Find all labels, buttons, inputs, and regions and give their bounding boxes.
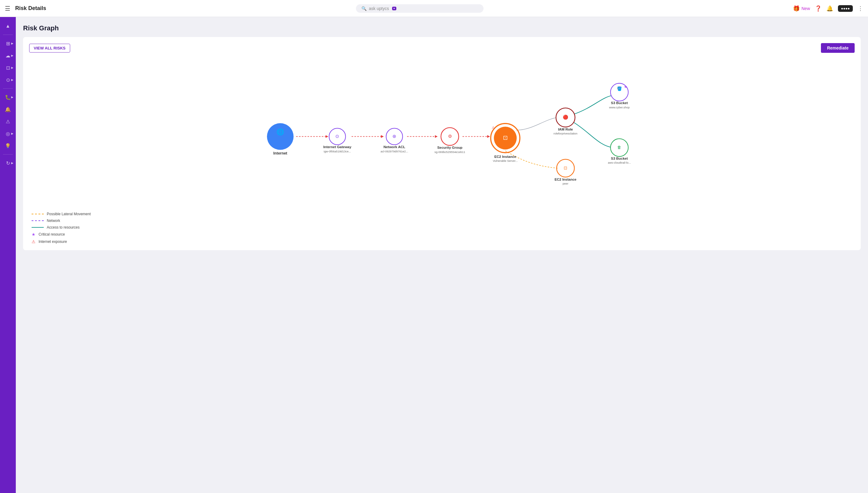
bug-icon: 🐛 <box>5 94 11 100</box>
node-s3-2-label: S3 Bucket <box>611 157 628 160</box>
svg-text:⚠: ⚠ <box>492 126 495 129</box>
bell2-icon: 🔔 <box>5 107 11 112</box>
sidebar-item-sync[interactable]: ↻ ▶ <box>1 157 15 169</box>
search-area: 🔍 ask uptycs✦ <box>46 4 793 13</box>
legend-critical: ★ Critical resource <box>31 232 855 237</box>
search-placeholder: ask uptycs <box>369 6 389 11</box>
node-ec2peer-sublabel: peer <box>563 182 569 185</box>
legend-line-orange <box>31 214 44 214</box>
chevron-icon: ▶ <box>11 54 13 57</box>
sidebar-item-cloud[interactable]: ☁ ▶ <box>1 50 15 61</box>
node-s3-1-label: S3 Bucket <box>611 101 628 105</box>
shield-icon: ▲ <box>5 23 10 29</box>
grid-icon: ⊡ <box>6 65 10 71</box>
risk-graph-title: Risk Graph <box>23 24 861 32</box>
node-iam-sublabel: roleforprivesclation <box>554 132 578 135</box>
edge-ec2-iam <box>516 117 557 130</box>
node-sg-sublabel: sg-069bc529554e1eb11 <box>435 150 465 154</box>
view-all-risks-button[interactable]: VIEW ALL RISKS <box>29 44 70 52</box>
legend-network-label: Network <box>47 219 60 223</box>
chevron-icon: ▶ <box>11 162 13 165</box>
legend-lateral-movement: Possible Lateral Movement <box>31 212 855 216</box>
sidebar-item-lightbulb[interactable]: 💡 <box>1 140 15 151</box>
legend-critical-label: Critical resource <box>39 232 65 236</box>
alert-icon: ⚠ <box>6 119 10 125</box>
graph-legend: Possible Lateral Movement Network Access… <box>29 212 855 244</box>
node-s3-1-sublabel: www.cyber.shop <box>609 106 630 109</box>
svg-text:🌐: 🌐 <box>276 128 284 136</box>
sidebar-item-bell[interactable]: 🔔 <box>1 104 15 115</box>
svg-text:🪣: 🪣 <box>617 86 622 91</box>
remediate-button[interactable]: Remediate <box>821 43 855 53</box>
content-area: Risk Graph VIEW ALL RISKS Remediate <box>16 17 868 493</box>
svg-text:⊡: ⊡ <box>564 166 567 170</box>
legend-network: Network <box>31 219 855 223</box>
chevron-icon: ▶ <box>11 78 13 81</box>
more-icon[interactable]: ⋮ <box>858 5 863 12</box>
topbar: ☰ Risk Details 🔍 ask uptycs✦ 🎁 New ❓ 🔔 ●… <box>0 0 868 17</box>
menu-icon[interactable]: ☰ <box>5 5 10 12</box>
svg-text:⊙: ⊙ <box>335 134 339 139</box>
lightbulb-icon: 💡 <box>5 143 11 149</box>
node-iam-label: IAM Role <box>558 128 573 131</box>
cloud-icon: ☁ <box>5 53 10 59</box>
chevron-icon: ▶ <box>11 66 13 69</box>
node-igw-sublabel: igw-0f06a518d13ce... <box>324 150 351 153</box>
sidebar-divider-2 <box>3 88 13 89</box>
svg-text:★: ★ <box>624 85 628 89</box>
target-icon: ◎ <box>6 131 10 136</box>
legend-line-purple <box>31 220 44 221</box>
node-nacl-label: Network ACL <box>384 145 405 149</box>
node-ec2main-label: EC2 Instance <box>494 155 516 158</box>
legend-exposure-label: Internet exposure <box>39 239 67 244</box>
camera-icon: ⊙ <box>6 77 10 83</box>
new-button[interactable]: 🎁 New <box>793 5 810 12</box>
node-s3-2-sublabel: aws-cloudtrail-lo... <box>608 161 631 164</box>
sidebar-divider-3 <box>3 154 13 154</box>
sidebar-item-bug[interactable]: 🐛 ▶ <box>1 92 15 103</box>
risk-graph-svg: 🌐 Internet ⊙ Internet Gateway igw-0f06a5… <box>29 59 855 205</box>
search-icon: 🔍 <box>361 6 366 11</box>
uptycs-badge: ✦ <box>392 7 396 10</box>
node-internet-circle[interactable] <box>267 123 294 150</box>
sidebar-item-grid[interactable]: ⊡ ▶ <box>1 62 15 73</box>
user-avatar[interactable]: ●●●● <box>838 5 853 12</box>
legend-internet-exposure: ⚠ Internet exposure <box>31 239 855 244</box>
triangle-icon: ⚠ <box>31 239 36 244</box>
sidebar-item-nodes[interactable]: ⊞ ▶ <box>1 38 15 49</box>
node-ec2peer-label: EC2 Instance <box>555 177 576 181</box>
svg-text:🔴: 🔴 <box>563 114 569 120</box>
page-title: Risk Details <box>15 5 46 12</box>
legend-access-label: Access to resources <box>47 225 80 230</box>
legend-lateral-label: Possible Lateral Movement <box>47 212 91 216</box>
svg-text:⊡: ⊡ <box>503 134 508 141</box>
main-layout: ▲ ⊞ ▶ ☁ ▶ ⊡ ▶ ⊙ ▶ 🐛 ▶ 🔔 ⚠ ◎ <box>0 17 868 493</box>
graph-container: 🌐 Internet ⊙ Internet Gateway igw-0f06a5… <box>29 59 855 205</box>
sidebar-item-target[interactable]: ◎ ▶ <box>1 128 15 139</box>
nodes-icon: ⊞ <box>6 41 10 46</box>
svg-text:🗑: 🗑 <box>617 145 621 150</box>
gift-icon: 🎁 <box>793 5 800 12</box>
star-icon: ★ <box>31 232 36 237</box>
sidebar-item-camera[interactable]: ⊙ ▶ <box>1 74 15 85</box>
node-sg-label: Security Group <box>437 146 463 149</box>
risk-graph-card: VIEW ALL RISKS Remediate <box>23 37 861 250</box>
chevron-icon: ▶ <box>11 95 13 99</box>
legend-line-teal <box>31 227 44 228</box>
sidebar-item-shield[interactable]: ▲ <box>1 21 15 31</box>
edge-iam-s3-1 <box>573 95 613 114</box>
help-icon[interactable]: ❓ <box>815 5 822 12</box>
sidebar-divider-1 <box>3 35 13 35</box>
chevron-icon: ▶ <box>11 132 13 135</box>
sidebar-item-alert[interactable]: ⚠ <box>1 116 15 127</box>
node-ec2main-sublabel: Vulnerable Server... <box>493 159 518 163</box>
node-nacl-sublabel: acl-092979d9761e2... <box>381 150 408 153</box>
sidebar: ▲ ⊞ ▶ ☁ ▶ ⊡ ▶ ⊙ ▶ 🐛 ▶ 🔔 ⚠ ◎ <box>0 17 16 493</box>
topbar-actions: 🎁 New ❓ 🔔 ●●●● ⋮ <box>793 5 863 12</box>
search-bar[interactable]: 🔍 ask uptycs✦ <box>356 4 484 13</box>
bell-icon[interactable]: 🔔 <box>826 5 833 12</box>
card-actions: VIEW ALL RISKS Remediate <box>29 43 855 53</box>
sync-icon: ↻ <box>6 160 10 166</box>
legend-access: Access to resources <box>31 225 855 230</box>
node-internet-label: Internet <box>273 151 288 155</box>
